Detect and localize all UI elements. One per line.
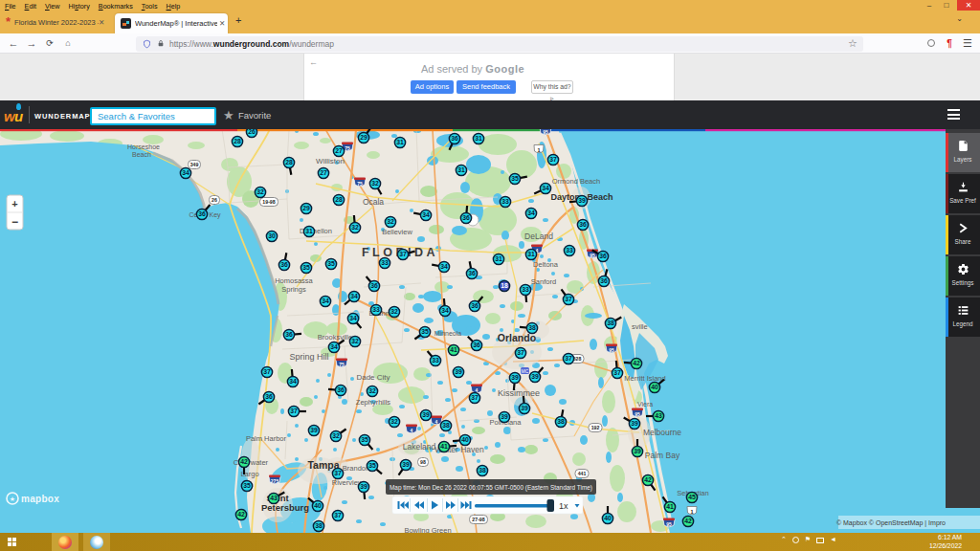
svg-text:29: 29 xyxy=(360,134,368,141)
svg-text:42: 42 xyxy=(684,518,692,524)
svg-text:34: 34 xyxy=(542,185,549,191)
svg-text:95: 95 xyxy=(635,411,640,417)
svg-text:39: 39 xyxy=(634,448,641,454)
svg-text:32: 32 xyxy=(371,180,379,187)
svg-text:40: 40 xyxy=(314,502,322,509)
svg-text:31: 31 xyxy=(527,251,535,257)
svg-text:37: 37 xyxy=(549,156,557,163)
svg-text:31: 31 xyxy=(475,135,482,142)
svg-text:39: 39 xyxy=(422,411,430,418)
svg-text:Horseshoe: Horseshoe xyxy=(127,143,160,150)
svg-text:1x: 1x xyxy=(559,501,568,511)
svg-text:35: 35 xyxy=(421,328,429,335)
svg-text:18: 18 xyxy=(501,282,508,289)
svg-text:Brooksville: Brooksville xyxy=(318,333,352,342)
svg-text:441: 441 xyxy=(578,471,587,476)
svg-text:Kissimmee: Kissimmee xyxy=(498,388,540,398)
svg-text:192: 192 xyxy=(591,425,600,430)
svg-text:28: 28 xyxy=(285,159,293,165)
svg-text:Bowling Green: Bowling Green xyxy=(404,526,451,533)
svg-text:34: 34 xyxy=(350,293,358,299)
svg-text:36: 36 xyxy=(265,393,273,400)
svg-text:36: 36 xyxy=(451,135,458,142)
svg-text:Map time: Mon Dec 26 2022 06:0: Map time: Mon Dec 26 2022 06:07:55 GMT-0… xyxy=(390,483,592,492)
svg-text:41: 41 xyxy=(666,503,674,510)
svg-text:37: 37 xyxy=(471,394,479,401)
svg-text:36: 36 xyxy=(600,277,608,284)
svg-text:39: 39 xyxy=(578,197,586,204)
svg-text:75: 75 xyxy=(357,181,363,187)
svg-text:39: 39 xyxy=(631,420,638,427)
svg-text:43: 43 xyxy=(655,412,662,419)
svg-text:sville: sville xyxy=(632,322,648,331)
svg-text:+: + xyxy=(11,198,17,209)
svg-text:34: 34 xyxy=(182,169,189,176)
svg-text:mapbox: mapbox xyxy=(21,494,59,504)
svg-text:Homosassa: Homosassa xyxy=(275,276,313,285)
svg-text:Springs: Springs xyxy=(281,285,306,294)
svg-text:Dade City: Dade City xyxy=(356,373,390,382)
svg-text:36: 36 xyxy=(471,302,479,309)
svg-text:95: 95 xyxy=(543,129,548,135)
svg-text:© Mapbox © OpenStreetMap | Imp: © Mapbox © OpenStreetMap | Impro xyxy=(836,519,946,527)
svg-text:39: 39 xyxy=(455,368,462,375)
svg-text:32: 32 xyxy=(351,338,359,344)
svg-text:28: 28 xyxy=(234,138,241,144)
svg-text:Melbourne: Melbourne xyxy=(643,428,681,437)
svg-text:35: 35 xyxy=(243,482,251,489)
svg-text:36: 36 xyxy=(285,331,293,338)
svg-text:36: 36 xyxy=(468,270,476,276)
svg-text:33: 33 xyxy=(381,259,389,266)
svg-text:32: 32 xyxy=(390,308,398,315)
svg-text:39: 39 xyxy=(531,373,539,380)
svg-text:32: 32 xyxy=(387,218,394,225)
svg-text:31: 31 xyxy=(495,255,502,262)
svg-text:29: 29 xyxy=(302,205,310,211)
svg-text:36: 36 xyxy=(198,210,206,217)
svg-text:38: 38 xyxy=(479,467,486,474)
svg-text:37: 37 xyxy=(263,368,271,375)
svg-text:35: 35 xyxy=(327,260,335,267)
svg-text:Palm Harbor: Palm Harbor xyxy=(246,434,287,443)
svg-text:37: 37 xyxy=(517,349,524,356)
svg-text:Petersburg: Petersburg xyxy=(261,502,309,513)
svg-text:35: 35 xyxy=(302,264,310,271)
svg-text:39: 39 xyxy=(521,405,528,411)
svg-text:1: 1 xyxy=(537,147,540,153)
svg-text:32: 32 xyxy=(332,432,340,439)
svg-text:Brandon: Brandon xyxy=(343,464,369,473)
svg-text:34: 34 xyxy=(440,263,448,270)
svg-text:DeLand: DeLand xyxy=(524,231,553,241)
svg-text:26: 26 xyxy=(248,129,256,135)
svg-text:1: 1 xyxy=(690,509,693,515)
svg-text:37: 37 xyxy=(290,408,298,414)
svg-text:★: ★ xyxy=(10,496,15,502)
svg-text:34: 34 xyxy=(441,307,449,314)
svg-text:34: 34 xyxy=(422,211,430,218)
svg-text:Williston: Williston xyxy=(316,157,345,165)
svg-text:38: 38 xyxy=(528,324,536,331)
svg-text:43: 43 xyxy=(270,495,278,501)
svg-text:34: 34 xyxy=(527,209,535,216)
svg-text:38: 38 xyxy=(315,522,323,529)
svg-text:38: 38 xyxy=(607,320,614,326)
svg-text:36: 36 xyxy=(337,386,345,393)
svg-text:95: 95 xyxy=(609,347,614,353)
svg-text:31: 31 xyxy=(396,139,404,145)
svg-text:41: 41 xyxy=(450,346,457,353)
svg-text:33: 33 xyxy=(432,357,439,364)
svg-text:42: 42 xyxy=(633,360,640,366)
svg-text:Merritt Island: Merritt Island xyxy=(624,374,665,383)
svg-text:40: 40 xyxy=(651,384,658,390)
svg-text:34: 34 xyxy=(322,298,329,304)
svg-text:39: 39 xyxy=(501,413,508,420)
svg-text:37: 37 xyxy=(613,369,621,376)
svg-text:37: 37 xyxy=(565,296,572,302)
svg-text:37: 37 xyxy=(399,251,407,257)
svg-text:75: 75 xyxy=(339,362,345,367)
svg-text:36: 36 xyxy=(579,221,587,228)
svg-text:32: 32 xyxy=(256,188,264,195)
svg-text:36: 36 xyxy=(599,253,607,259)
svg-text:33: 33 xyxy=(372,306,380,313)
svg-text:−: − xyxy=(11,215,18,229)
